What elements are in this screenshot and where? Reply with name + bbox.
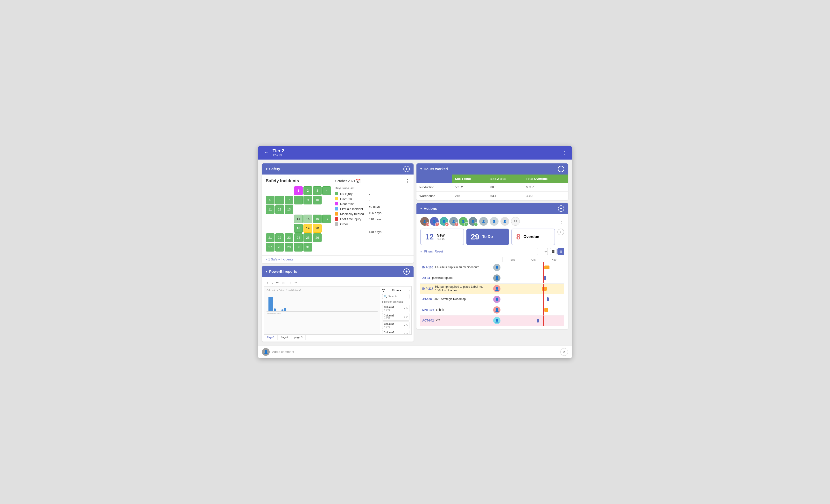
pf-col2-expand[interactable]: ∨ bbox=[404, 315, 405, 318]
powerbi-chevron-icon[interactable]: ▾ bbox=[266, 270, 267, 273]
pb-tool-up[interactable]: ↑ bbox=[266, 280, 269, 285]
list-view-button[interactable]: ☰ bbox=[550, 248, 556, 255]
cal-day-23: 23 bbox=[285, 233, 293, 242]
days-since-label: Days since last bbox=[335, 187, 410, 190]
today-line bbox=[543, 284, 544, 294]
safety-chevron-icon[interactable]: ▾ bbox=[266, 167, 267, 171]
hours-col-empty bbox=[416, 175, 452, 183]
powerbi-header-label: PowerBI reports bbox=[269, 270, 297, 274]
pb-tab-page2[interactable]: Page2 bbox=[278, 335, 291, 340]
pb-tool-down[interactable]: ↓ bbox=[270, 280, 274, 285]
header-menu-icon[interactable]: ⋮ bbox=[562, 150, 567, 156]
filter-reset-link[interactable]: Reset bbox=[435, 250, 443, 253]
gantt-id-a334: A3-34 bbox=[422, 276, 430, 280]
days-other: 148 days bbox=[369, 229, 381, 234]
avatar-pf[interactable]: PF bbox=[511, 217, 520, 226]
cal-day-2: 2 bbox=[304, 186, 312, 195]
pb-tab-page3[interactable]: page 3 bbox=[291, 335, 306, 340]
safety-section-header: ▾ Safety + bbox=[262, 163, 414, 175]
back-button[interactable]: ← bbox=[263, 149, 270, 156]
send-button[interactable]: ➤ bbox=[560, 348, 568, 356]
pf-item-column1: Column1 is (All) ∨ ⚙ bbox=[382, 305, 410, 312]
gantt-desc-a3166: 2022 Strategic Roadmap bbox=[434, 297, 491, 301]
avatar-9[interactable]: 👤 bbox=[501, 217, 509, 226]
pf-col4-settings[interactable]: ⚙ bbox=[406, 324, 408, 326]
avatar-badge-2: 7 bbox=[435, 222, 439, 226]
powerbi-add-button[interactable]: + bbox=[404, 269, 410, 275]
hours-add-button[interactable]: + bbox=[558, 166, 564, 172]
stat-todo[interactable]: 29 To Do bbox=[467, 229, 509, 245]
actions-chevron-icon[interactable]: ▾ bbox=[420, 207, 422, 210]
safety-incidents-link[interactable]: › 1 Safety Incidents bbox=[262, 255, 414, 263]
legend-firstaid-label: First aid incident bbox=[340, 207, 363, 211]
pf-filter-icon: ▽ bbox=[382, 288, 385, 292]
actions-add-button[interactable]: + bbox=[558, 206, 564, 212]
actions-section: ▾ Actions + 👤 13 👤 7 bbox=[416, 203, 568, 329]
cal-empty bbox=[275, 224, 284, 233]
pf-search-label: Search bbox=[388, 295, 397, 298]
stat-overdue[interactable]: 8 Overdue bbox=[511, 229, 555, 245]
filters-label: Filters bbox=[424, 250, 433, 253]
pf-col1-expand[interactable]: ∨ bbox=[404, 307, 405, 310]
powerbi-filters-panel: ▽ Filters › 🔍 Search Filters on this vis… bbox=[380, 286, 411, 334]
page-title: Tier 2 bbox=[273, 149, 284, 154]
avatar-8[interactable]: 👤 bbox=[490, 217, 499, 226]
hours-warehouse-s2: 63.1 bbox=[487, 191, 523, 200]
cal-day-17: 17 bbox=[322, 215, 331, 223]
pb-tool-filter[interactable]: ⊞ bbox=[281, 280, 286, 285]
gantt-desc-act942: PC bbox=[436, 319, 491, 322]
cal-empty bbox=[294, 205, 303, 214]
comment-input[interactable]: Add a comment bbox=[272, 350, 558, 354]
filter-dropdown[interactable] bbox=[537, 248, 548, 255]
pf-col5-settings[interactable]: ⚙ bbox=[406, 333, 408, 335]
pf-search[interactable]: 🔍 Search bbox=[382, 294, 410, 299]
cal-empty bbox=[266, 224, 275, 233]
pb-tool-select[interactable]: ⬚ bbox=[287, 280, 292, 285]
hours-production-s1: 565.2 bbox=[452, 183, 487, 192]
powerbi-section-header: ▾ PowerBI reports + bbox=[262, 266, 414, 277]
legend-item-medtreated: Medically treated bbox=[335, 212, 364, 216]
stat-new[interactable]: 12 New 24 Hrs bbox=[420, 229, 464, 245]
pb-tab-page1[interactable]: Page1 bbox=[264, 335, 278, 340]
pf-col5-expand[interactable]: ∨ bbox=[404, 333, 405, 335]
hours-row-warehouse: Warehouse 245 63.1 308.1 bbox=[416, 191, 568, 200]
pf-col1-settings[interactable]: ⚙ bbox=[406, 307, 408, 310]
pf-col4-expand[interactable]: ∨ bbox=[404, 324, 405, 326]
first-aid-dot bbox=[335, 207, 338, 211]
avatar-wrap-4: 👤 3 bbox=[449, 217, 458, 226]
comment-bar: 👤 Add a comment ➤ bbox=[258, 345, 572, 358]
filter-icon: ≡ bbox=[420, 250, 422, 253]
calendar-icon[interactable]: 📅 bbox=[355, 178, 361, 184]
pb-tool-more[interactable]: ⋯ bbox=[293, 280, 298, 285]
page-subtitle: T2-223 bbox=[273, 154, 284, 157]
avatar-wrap-3: 👤 4 bbox=[440, 217, 448, 226]
cal-day-31: 31 bbox=[304, 243, 312, 252]
cal-empty bbox=[313, 205, 322, 214]
other-dot bbox=[335, 222, 338, 226]
days-hazards: - bbox=[369, 198, 381, 203]
today-line bbox=[543, 273, 544, 283]
no-injury-dot bbox=[335, 192, 338, 195]
avatar-badge-6: 1 bbox=[474, 222, 478, 226]
pf-col2-settings[interactable]: ⚙ bbox=[406, 315, 408, 318]
gantt-bars-mnt196 bbox=[502, 305, 564, 315]
avatar-7[interactable]: 👤 bbox=[479, 217, 488, 226]
actions-dots-menu[interactable]: ⋮ bbox=[560, 218, 564, 224]
cal-day-11: 11 bbox=[266, 205, 275, 214]
pb-tool-expand[interactable]: ⇔ bbox=[275, 280, 280, 285]
gantt-view-button[interactable]: ▦ bbox=[557, 248, 564, 255]
hours-chevron-icon[interactable]: ▾ bbox=[420, 167, 422, 171]
cal-day-10: 10 bbox=[313, 196, 322, 204]
safety-add-button[interactable]: + bbox=[404, 166, 410, 172]
chart-bar bbox=[282, 310, 283, 311]
avatar-wrap-1: 👤 13 bbox=[420, 217, 429, 226]
safety-dots-menu[interactable]: ⋮ bbox=[405, 178, 410, 184]
comment-user-avatar: 👤 bbox=[262, 348, 270, 356]
cal-day-14: 14 bbox=[294, 215, 303, 223]
today-line bbox=[543, 262, 544, 273]
filters-row: ≡ Filters Reset ☰ ▦ bbox=[420, 248, 564, 255]
hours-col-s1: Site 1 total bbox=[452, 175, 487, 183]
stat-next-arrow[interactable]: › bbox=[557, 229, 564, 235]
pf-arrow-icon[interactable]: › bbox=[409, 288, 410, 292]
cal-empty bbox=[322, 205, 331, 214]
